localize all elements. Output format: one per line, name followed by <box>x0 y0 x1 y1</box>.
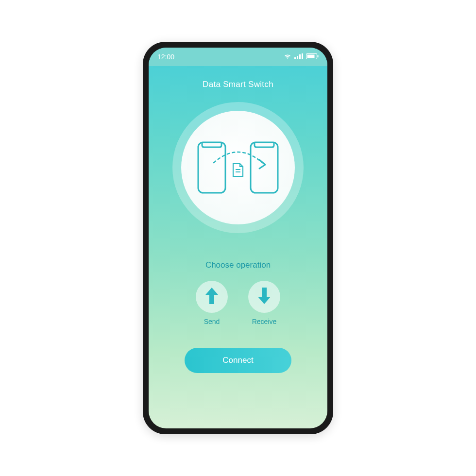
arrow-down-icon <box>258 288 271 306</box>
receive-label: Receive <box>252 318 277 325</box>
phone-transfer-icon <box>189 133 287 203</box>
phone-frame: 12:00 <box>143 42 333 434</box>
svg-rect-7 <box>198 142 225 193</box>
signal-icon <box>294 53 303 61</box>
wifi-icon <box>284 53 291 61</box>
receive-button[interactable]: Receive <box>248 281 280 325</box>
status-time: 12:00 <box>157 53 174 61</box>
connect-button[interactable]: Connect <box>185 348 291 373</box>
svg-rect-8 <box>251 142 278 193</box>
operations-title: Choose operation <box>149 260 327 270</box>
svg-rect-2 <box>299 54 301 59</box>
operations-row: Send Receive <box>149 281 327 325</box>
send-label: Send <box>204 318 220 325</box>
svg-rect-0 <box>294 57 296 59</box>
send-button[interactable]: Send <box>196 281 228 325</box>
svg-rect-6 <box>318 55 319 58</box>
arrow-up-icon <box>205 288 218 306</box>
svg-rect-1 <box>297 56 298 59</box>
status-bar: 12:00 <box>149 48 327 66</box>
svg-rect-5 <box>307 55 315 58</box>
app-title: Data Smart Switch <box>149 80 327 89</box>
phone-screen: 12:00 <box>149 48 327 428</box>
hero-illustration <box>149 102 327 233</box>
svg-rect-3 <box>302 53 303 59</box>
status-icons <box>284 53 319 61</box>
battery-icon <box>306 53 319 61</box>
